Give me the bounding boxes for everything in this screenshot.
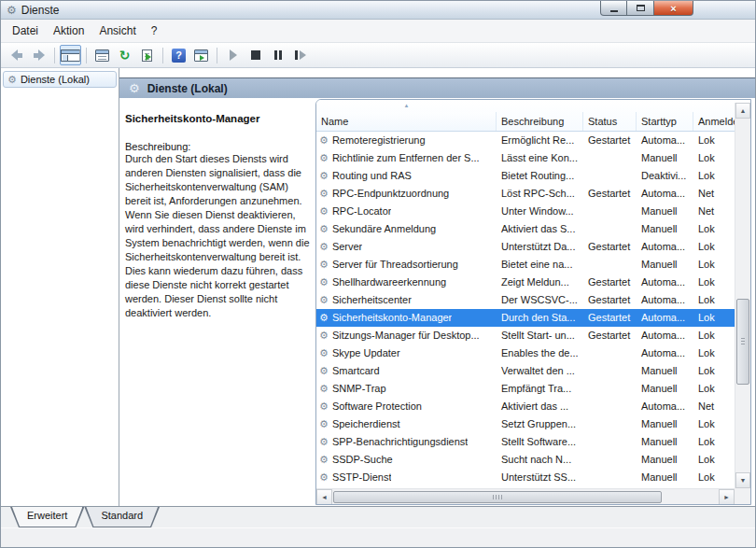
horizontal-scroll-thumb[interactable] xyxy=(333,491,662,503)
menu-ansicht[interactable]: Ansicht xyxy=(91,21,143,40)
export-list-button[interactable] xyxy=(136,45,158,65)
cell-anmelden: Lok xyxy=(693,149,735,167)
table-row[interactable]: ⚙Smartcard Verwaltet den ... Manuell Lok xyxy=(316,362,735,380)
maximize-button[interactable] xyxy=(627,1,654,16)
cell-beschreibung: Aktiviert das ... xyxy=(497,398,583,415)
cell-beschreibung: Löst RPC-Sch... xyxy=(497,185,583,203)
cell-name: ⚙SSTP-Dienst xyxy=(316,469,497,486)
cell-status xyxy=(583,203,637,220)
tab-label: Standard xyxy=(101,510,143,521)
pause-service-button[interactable] xyxy=(267,45,288,65)
vertical-scroll-thumb[interactable] xyxy=(736,299,749,385)
cell-anmelden: Net xyxy=(693,203,735,220)
cell-beschreibung: Bietet Routing... xyxy=(497,167,583,185)
title-bar[interactable]: ⚙ Dienste × xyxy=(1,1,755,20)
cell-anmelden: Lok xyxy=(693,362,735,380)
table-row[interactable]: ⚙Software Protection Aktiviert das ... A… xyxy=(316,398,735,415)
cell-anmelden: Lok xyxy=(693,327,735,344)
cell-anmelden: Lok xyxy=(693,415,735,433)
tree-item-dienste-lokal[interactable]: ⚙ Dienste (Lokal) xyxy=(3,71,117,88)
vertical-scrollbar[interactable]: ▲ ▼ xyxy=(735,103,750,488)
cell-starttyp: Manuell xyxy=(637,380,693,398)
column-header-starttyp[interactable]: Starttyp xyxy=(637,112,693,131)
scroll-left-button[interactable]: ◄ xyxy=(316,489,332,505)
table-row[interactable]: ⚙Server Unterstützt Da... Gestartet Auto… xyxy=(316,238,735,256)
cell-beschreibung: Ermöglicht Re... xyxy=(497,132,583,149)
column-header-name[interactable]: Name xyxy=(316,112,497,131)
tab-standard[interactable]: Standard xyxy=(84,507,160,527)
cell-status: Gestartet xyxy=(583,291,637,309)
table-row[interactable]: ⚙Shellhardwareerkennung Zeigt Meldun... … xyxy=(316,274,735,291)
action-pane-icon xyxy=(194,49,208,62)
cell-name: ⚙Shellhardwareerkennung xyxy=(316,274,497,291)
cell-name: ⚙Routing und RAS xyxy=(316,167,497,185)
table-row[interactable]: ⚙SSDP-Suche Sucht nach N... Manuell Lok xyxy=(316,451,735,469)
properties-icon xyxy=(95,49,109,62)
table-row[interactable]: ⚙SPP-Benachrichtigungsdienst Stellt Soft… xyxy=(316,433,735,451)
column-header-status[interactable]: Status xyxy=(583,112,637,131)
close-button[interactable]: × xyxy=(654,1,693,16)
cell-anmelden: Lok xyxy=(693,291,735,309)
table-row[interactable]: ⚙SSTP-Dienst Unterstützt SS... Manuell L… xyxy=(316,469,735,486)
cell-beschreibung: Unterstützt SS... xyxy=(497,469,583,486)
show-console-tree-button[interactable] xyxy=(60,45,81,65)
cell-beschreibung: Der WSCSVC-... xyxy=(497,291,583,309)
minimize-button[interactable] xyxy=(600,1,627,16)
menu-datei[interactable]: Datei xyxy=(5,21,46,40)
table-row[interactable]: ⚙Speicherdienst Setzt Gruppen... Manuell… xyxy=(316,415,735,433)
window-title: Dienste xyxy=(21,4,60,17)
help-button[interactable]: ? xyxy=(168,45,189,65)
table-row[interactable]: ⚙Sicherheitscenter Der WSCSVC-... Gestar… xyxy=(316,291,735,309)
cell-starttyp: Manuell xyxy=(637,256,693,274)
scroll-down-button[interactable]: ▼ xyxy=(735,472,750,488)
scroll-up-button[interactable]: ▲ xyxy=(735,103,750,119)
properties-button[interactable] xyxy=(91,45,113,65)
start-service-button[interactable] xyxy=(222,45,244,65)
cell-status: Gestartet xyxy=(583,132,637,149)
view-tabs: ErweitertStandard xyxy=(1,506,755,527)
refresh-button[interactable]: ↻ xyxy=(114,45,135,65)
selected-service-title: Sicherheitskonto-Manager xyxy=(125,113,313,124)
table-row[interactable]: ⚙RPC-Locator Unter Window... Manuell Net xyxy=(316,203,735,220)
menu-hilfe[interactable]: ? xyxy=(144,21,165,40)
cell-status xyxy=(583,256,637,274)
horizontal-scrollbar[interactable]: ◄ ► xyxy=(316,488,735,504)
back-icon xyxy=(11,49,22,61)
console-tree-icon xyxy=(61,49,80,62)
refresh-icon: ↻ xyxy=(119,49,131,62)
table-row[interactable]: ⚙Richtlinie zum Entfernen der S... Lässt… xyxy=(316,149,735,167)
cell-name: ⚙Sitzungs-Manager für Desktop... xyxy=(316,327,497,344)
scroll-right-button[interactable]: ► xyxy=(719,489,735,505)
column-header-anmelden[interactable]: Anmelden als xyxy=(693,112,735,131)
menu-aktion[interactable]: Aktion xyxy=(46,21,91,40)
cell-starttyp: Manuell xyxy=(637,451,693,469)
column-header-beschreibung[interactable]: Beschreibung xyxy=(497,112,583,131)
cell-starttyp: Manuell xyxy=(637,362,693,380)
cell-beschreibung: Enables the de... xyxy=(497,344,583,362)
cell-status xyxy=(583,149,637,167)
cell-name: ⚙SNMP-Trap xyxy=(316,380,497,398)
window-controls: × xyxy=(600,1,693,16)
service-gear-icon: ⚙ xyxy=(319,242,329,252)
restart-service-button[interactable] xyxy=(289,45,311,65)
cell-name: ⚙Speicherdienst xyxy=(316,415,497,433)
table-row[interactable]: ⚙Sicherheitskonto-Manager Durch den Sta.… xyxy=(316,309,735,327)
table-row[interactable]: ⚙Routing und RAS Bietet Routing... Deakt… xyxy=(316,167,735,185)
service-detail-panel: Sicherheitskonto-Manager Beschreibung: D… xyxy=(125,113,313,320)
cell-beschreibung: Verwaltet den ... xyxy=(497,362,583,380)
table-row[interactable]: ⚙Skype Updater Enables the de... Automa.… xyxy=(316,344,735,362)
table-row[interactable]: ⚙Sitzungs-Manager für Desktop... Stellt … xyxy=(316,327,735,344)
cell-beschreibung: Aktiviert das S... xyxy=(497,220,583,238)
forward-button[interactable] xyxy=(28,45,49,65)
table-row[interactable]: ⚙Sekundäre Anmeldung Aktiviert das S... … xyxy=(316,220,735,238)
tab-erweitert[interactable]: Erweitert xyxy=(10,507,84,527)
table-row[interactable]: ⚙Remoteregistrierung Ermöglicht Re... Ge… xyxy=(316,132,735,149)
table-row[interactable]: ⚙Server für Threadsortierung Bietet eine… xyxy=(316,256,735,274)
back-button[interactable] xyxy=(6,45,27,65)
table-row[interactable]: ⚙RPC-Endpunktzuordnung Löst RPC-Sch... G… xyxy=(316,185,735,203)
start-service-icon xyxy=(230,49,237,61)
toolbar: ↻ ? xyxy=(1,43,755,68)
table-row[interactable]: ⚙SNMP-Trap Empfängt Tra... Manuell Lok xyxy=(316,380,735,398)
stop-service-button[interactable] xyxy=(245,45,266,65)
show-action-pane-button[interactable] xyxy=(190,45,212,65)
